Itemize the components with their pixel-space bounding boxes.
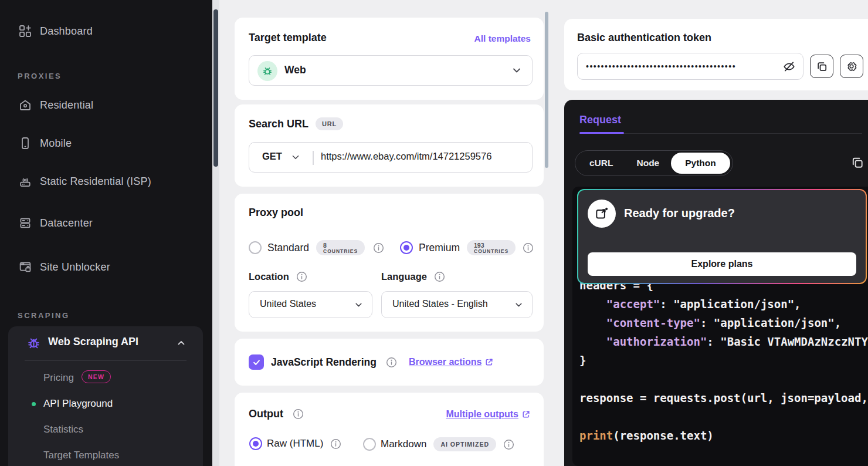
sidebar-item-label: Datacenter bbox=[40, 217, 93, 229]
sidebar-item-dashboard[interactable]: Dashboard bbox=[0, 21, 212, 41]
info-icon[interactable] bbox=[373, 242, 384, 254]
auth-token-input[interactable] bbox=[577, 53, 803, 80]
browser-lock-icon bbox=[18, 259, 33, 275]
sidebar-item-residential[interactable]: Residential bbox=[0, 95, 212, 115]
sidebar: Dashboard PROXIES Residential Mobile Sta… bbox=[0, 0, 212, 466]
sidebar-item-datacenter[interactable]: Datacenter bbox=[0, 213, 212, 233]
sidebar-item-static-residential[interactable]: Static Residential (ISP) bbox=[0, 171, 212, 191]
sidebar-item-site-unblocker[interactable]: Site Unblocker bbox=[0, 257, 212, 277]
url-badge: URL bbox=[316, 117, 343, 130]
info-icon[interactable] bbox=[293, 408, 304, 420]
proxy-premium-option[interactable]: Premium 193 COUNTRIES bbox=[400, 236, 534, 259]
radio-standard[interactable] bbox=[249, 241, 262, 254]
sidebar-section-scraping: SCRAPING bbox=[18, 311, 70, 320]
chevron-down-icon[interactable] bbox=[290, 152, 301, 163]
upgrade-title: Ready for upgrade? bbox=[624, 207, 735, 220]
code-block: headers = { "accept": "application/json"… bbox=[579, 276, 868, 445]
radio-markdown[interactable] bbox=[363, 438, 376, 451]
location-label: Location bbox=[249, 271, 289, 282]
code-line bbox=[579, 407, 868, 426]
template-select[interactable]: Web bbox=[249, 55, 533, 86]
sidebar-item-mobile[interactable]: Mobile bbox=[0, 133, 212, 153]
tab-node[interactable]: Node bbox=[625, 153, 671, 174]
server-icon bbox=[18, 215, 33, 231]
new-badge: NEW bbox=[82, 370, 111, 383]
chevron-down-icon bbox=[514, 300, 524, 310]
info-icon[interactable] bbox=[296, 271, 307, 282]
sidebar-group-web-scraping-api: Web Scraping API Pricing NEW API Playgro… bbox=[8, 326, 203, 466]
info-icon[interactable] bbox=[523, 242, 534, 254]
card-title: Output bbox=[249, 408, 283, 420]
card-title: Target template bbox=[249, 32, 327, 44]
code-line: "accept": "application/json", bbox=[579, 295, 868, 313]
auth-token-card: Basic authentication token bbox=[564, 19, 868, 90]
info-icon[interactable] bbox=[434, 271, 445, 282]
radio-premium[interactable] bbox=[400, 241, 413, 254]
content-scrollbar-thumb[interactable] bbox=[545, 12, 548, 168]
language-select[interactable]: United States - English bbox=[381, 291, 533, 318]
sidebar-item-label: Site Unblocker bbox=[40, 261, 110, 273]
info-icon[interactable] bbox=[503, 439, 514, 450]
radio-raw-html[interactable] bbox=[249, 437, 262, 450]
sidebar-subitem-statistics[interactable]: Statistics bbox=[8, 421, 203, 438]
home-icon bbox=[18, 97, 33, 113]
chevron-up-icon[interactable] bbox=[176, 338, 187, 349]
proxy-standard-option[interactable]: Standard 8 COUNTRIES bbox=[249, 236, 384, 259]
sidebar-item-label: Residential bbox=[40, 99, 93, 112]
tab-request[interactable]: Request bbox=[579, 114, 621, 126]
tab-indicator bbox=[579, 132, 624, 134]
sidebar-scrollbar-thumb[interactable] bbox=[213, 9, 218, 167]
js-rendering-label: JavaScript Rendering bbox=[271, 356, 377, 369]
output-markdown-option[interactable]: Markdown AI OPTIMIZED bbox=[363, 437, 514, 451]
sidebar-item-label: Static Residential (ISP) bbox=[40, 175, 151, 188]
router-icon bbox=[18, 174, 33, 189]
request-url-input: GET https://www.ebay.com/itm/14721259576 bbox=[249, 142, 533, 173]
settings-button[interactable] bbox=[840, 55, 863, 78]
countries-pill: 193 COUNTRIES bbox=[467, 240, 516, 256]
code-editor[interactable]: headers = { "accept": "application/json"… bbox=[572, 187, 868, 466]
sidebar-item-label: Web Scraping API bbox=[48, 336, 138, 348]
location-select[interactable]: United States bbox=[249, 291, 372, 318]
tab-curl[interactable]: cURL bbox=[578, 153, 625, 174]
ai-optimized-badge: AI OPTIMIZED bbox=[433, 437, 496, 451]
code-line: "content-type": "application/json", bbox=[579, 313, 868, 332]
sidebar-scrollbar-track[interactable] bbox=[212, 0, 219, 466]
mobile-icon bbox=[18, 136, 33, 151]
external-link-icon bbox=[521, 410, 531, 419]
eye-off-icon[interactable] bbox=[782, 60, 796, 73]
url-field[interactable]: https://www.ebay.com/itm/14721259576 bbox=[321, 151, 530, 162]
sidebar-subitem-target-templates[interactable]: Target Templates bbox=[8, 447, 203, 464]
bug-icon bbox=[26, 335, 42, 352]
card-title: Search URL bbox=[249, 118, 308, 130]
sidebar-section-proxies: PROXIES bbox=[18, 72, 62, 80]
explore-plans-button[interactable]: Explore plans bbox=[588, 252, 856, 276]
target-template-card: Target template All templates Web bbox=[235, 18, 544, 100]
copy-code-icon[interactable] bbox=[850, 156, 864, 170]
sidebar-subitem-api-playground[interactable]: API Playground bbox=[8, 396, 203, 412]
js-rendering-checkbox[interactable] bbox=[249, 354, 264, 370]
info-icon[interactable] bbox=[386, 357, 397, 368]
output-raw-option[interactable]: Raw (HTML) bbox=[249, 437, 341, 450]
code-line bbox=[579, 370, 868, 389]
info-icon[interactable] bbox=[330, 438, 341, 450]
upgrade-icon bbox=[588, 200, 616, 228]
sidebar-subitem-pricing[interactable]: Pricing NEW bbox=[8, 370, 203, 386]
template-select-value: Web bbox=[284, 64, 306, 76]
search-url-card: Search URL URL GET https://www.ebay.com/… bbox=[235, 104, 544, 187]
multiple-outputs-link[interactable]: Multiple outputs bbox=[446, 409, 518, 420]
divider bbox=[25, 360, 187, 361]
auth-title: Basic authentication token bbox=[577, 32, 711, 44]
code-line: response = requests.post(url, json=paylo… bbox=[579, 389, 868, 407]
code-line: } bbox=[579, 351, 868, 370]
code-line: print(response.text) bbox=[579, 426, 868, 445]
tab-python[interactable]: Python bbox=[671, 153, 730, 174]
countries-pill: 8 COUNTRIES bbox=[316, 240, 365, 256]
all-templates-link[interactable]: All templates bbox=[474, 33, 531, 44]
browser-actions-link[interactable]: Browser actions bbox=[409, 357, 482, 367]
sidebar-item-web-scraping-api[interactable]: Web Scraping API bbox=[8, 333, 203, 353]
output-card: Output Multiple outputs Raw (HTML) Markd… bbox=[235, 393, 544, 466]
method-select-value[interactable]: GET bbox=[262, 151, 282, 162]
copy-token-button[interactable] bbox=[810, 55, 833, 78]
card-title: Proxy pool bbox=[249, 207, 303, 219]
language-label: Language bbox=[381, 271, 427, 282]
